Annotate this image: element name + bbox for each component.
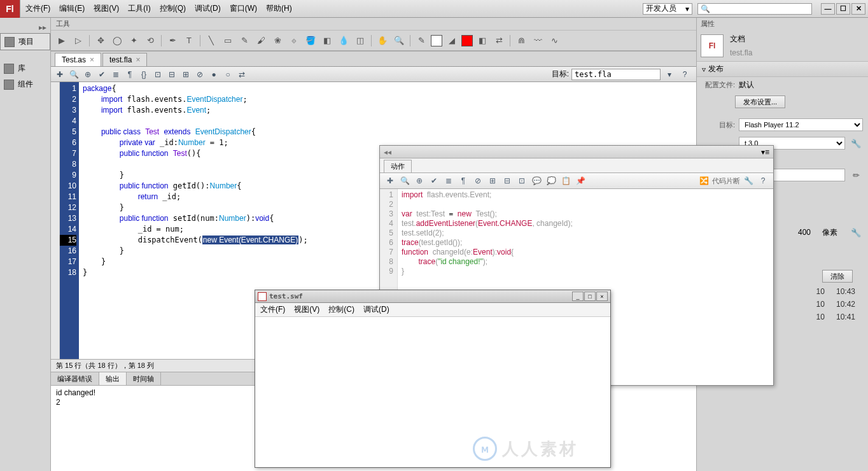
- minimize-button[interactable]: _: [572, 292, 584, 301]
- tab-compiler-errors[interactable]: 编译器错误: [51, 372, 99, 385]
- help-icon[interactable]: ?: [757, 174, 769, 187]
- add-icon[interactable]: ✚: [384, 174, 396, 187]
- publish-section[interactable]: ▿发布: [697, 61, 868, 77]
- tab-close-icon[interactable]: ×: [90, 55, 94, 64]
- sidebar-item-library[interactable]: 库: [0, 60, 50, 76]
- pin-icon[interactable]: 📌: [574, 174, 587, 187]
- close-button[interactable]: ✕: [851, 3, 865, 15]
- menu-tools[interactable]: 工具(I): [128, 3, 150, 14]
- target-icon[interactable]: ⊕: [81, 68, 94, 81]
- sidebar-item-project[interactable]: 项目: [0, 33, 50, 50]
- fill-color-icon[interactable]: ◢: [445, 34, 459, 48]
- snap-icon[interactable]: ⋒: [514, 34, 528, 48]
- magic-wand-icon[interactable]: ✦: [127, 34, 141, 48]
- code-hint-label[interactable]: 代码片断: [712, 176, 740, 186]
- expand-icon[interactable]: ⊟: [501, 174, 514, 187]
- menu-control[interactable]: 控制(Q): [160, 3, 186, 14]
- bone-tool-icon[interactable]: ⟐: [287, 34, 301, 48]
- stroke-swatch[interactable]: [431, 35, 442, 46]
- collapse-icon[interactable]: ⊞: [179, 68, 192, 81]
- bracket-icon[interactable]: {}: [137, 68, 150, 81]
- swf-menu-control[interactable]: 控制(C): [328, 304, 354, 315]
- hand-tool-icon[interactable]: ✋: [375, 34, 389, 48]
- format-icon[interactable]: ≣: [442, 174, 455, 187]
- free-transform-icon[interactable]: ✥: [94, 34, 108, 48]
- target-input[interactable]: [571, 69, 661, 80]
- eyedropper-icon[interactable]: 💧: [337, 34, 351, 48]
- comment-icon[interactable]: 💬: [530, 174, 543, 187]
- search-top[interactable]: 🔍: [697, 3, 812, 15]
- wrench-icon[interactable]: 🔧: [742, 174, 755, 187]
- stroke-color-icon[interactable]: ✎: [414, 34, 428, 48]
- pen-tool-icon[interactable]: ✒: [165, 34, 179, 48]
- maximize-button[interactable]: ☐: [836, 3, 850, 15]
- panel-menu-icon[interactable]: ▾≡: [761, 148, 769, 157]
- target-icon[interactable]: ⊕: [413, 174, 426, 187]
- workspace-dropdown[interactable]: 开发人员▾: [643, 3, 692, 15]
- menu-file[interactable]: 文件(F): [25, 3, 50, 14]
- pencil-tool-icon[interactable]: ✎: [237, 34, 251, 48]
- tab-test-as[interactable]: Test.as×: [55, 53, 101, 66]
- swf-menu-view[interactable]: 视图(V): [294, 304, 319, 315]
- hint-icon[interactable]: ¶: [123, 68, 136, 81]
- nav-icon[interactable]: 📋: [559, 174, 572, 187]
- blackwhite-icon[interactable]: ◧: [475, 34, 489, 48]
- eraser-icon[interactable]: ◫: [353, 34, 367, 48]
- add-icon[interactable]: ✚: [53, 68, 66, 81]
- check-icon[interactable]: ✔: [428, 174, 440, 187]
- help-icon[interactable]: ?: [678, 68, 691, 81]
- smooth-icon[interactable]: 〰: [531, 34, 545, 48]
- tab-output[interactable]: 输出: [99, 372, 127, 385]
- nav-icon[interactable]: ⇄: [235, 68, 248, 81]
- format-icon[interactable]: ≣: [109, 68, 122, 81]
- swf-menu-file[interactable]: 文件(F): [260, 304, 285, 315]
- dropdown-icon[interactable]: ▾: [663, 68, 676, 81]
- bp-icon[interactable]: ⊡: [515, 174, 528, 187]
- subselect-tool-icon[interactable]: ▷: [71, 34, 85, 48]
- menu-help[interactable]: 帮助(H): [266, 3, 292, 14]
- find-icon[interactable]: 🔍: [67, 68, 80, 81]
- actions-titlebar[interactable]: ◂◂▾≡: [380, 146, 773, 158]
- menu-view[interactable]: 视图(V): [94, 3, 119, 14]
- wrench-icon[interactable]: 🔧: [849, 225, 863, 239]
- sidebar-collapse-icon[interactable]: ▸▸: [0, 22, 50, 33]
- menu-window[interactable]: 窗口(W): [230, 3, 257, 14]
- edit-icon[interactable]: ✏: [849, 168, 863, 182]
- uncomment-icon[interactable]: 💭: [545, 174, 557, 187]
- paint-bucket-icon[interactable]: 🪣: [304, 34, 318, 48]
- wrench-icon[interactable]: 🔧: [849, 136, 863, 150]
- bp-clear-icon[interactable]: ○: [221, 68, 234, 81]
- straighten-icon[interactable]: ∿: [547, 34, 561, 48]
- bp-icon[interactable]: ●: [207, 68, 220, 81]
- rectangle-tool-icon[interactable]: ▭: [221, 34, 235, 48]
- brush-tool-icon[interactable]: 🖌: [254, 34, 268, 48]
- swf-titlebar[interactable]: test.swf _ □ ×: [255, 290, 610, 303]
- ink-bottle-icon[interactable]: ◧: [320, 34, 334, 48]
- menu-debug[interactable]: 调试(D): [195, 3, 221, 14]
- 3d-rotation-icon[interactable]: ⟲: [143, 34, 157, 48]
- debug-icon[interactable]: ⊘: [193, 68, 206, 81]
- comment-icon[interactable]: ⊡: [151, 68, 164, 81]
- minimize-button[interactable]: —: [821, 3, 835, 15]
- clear-button[interactable]: 清除: [822, 270, 853, 283]
- actions-tab[interactable]: 动作: [384, 160, 412, 172]
- zoom-tool-icon[interactable]: 🔍: [392, 34, 406, 48]
- find-icon[interactable]: 🔍: [398, 174, 411, 187]
- text-tool-icon[interactable]: T: [182, 34, 196, 48]
- swf-menu-debug[interactable]: 调试(D): [363, 304, 389, 315]
- publish-settings-button[interactable]: 发布设置...: [735, 95, 785, 108]
- tab-close-icon[interactable]: ×: [136, 55, 140, 64]
- uncomment-icon[interactable]: ⊟: [165, 68, 178, 81]
- collapse-icon[interactable]: ⊞: [486, 174, 499, 187]
- sidebar-item-components[interactable]: 组件: [0, 76, 50, 92]
- selection-tool-icon[interactable]: ▶: [55, 34, 69, 48]
- check-icon[interactable]: ✔: [95, 68, 108, 81]
- close-button[interactable]: ×: [596, 292, 608, 301]
- hint-icon[interactable]: ¶: [457, 174, 470, 187]
- deco-tool-icon[interactable]: ❀: [270, 34, 284, 48]
- lasso-icon[interactable]: ◯: [110, 34, 124, 48]
- fill-swatch[interactable]: [461, 35, 473, 46]
- maximize-button[interactable]: □: [584, 292, 596, 301]
- target-dropdown[interactable]: Flash Player 11.2: [739, 118, 863, 131]
- menu-edit[interactable]: 编辑(E): [59, 3, 85, 14]
